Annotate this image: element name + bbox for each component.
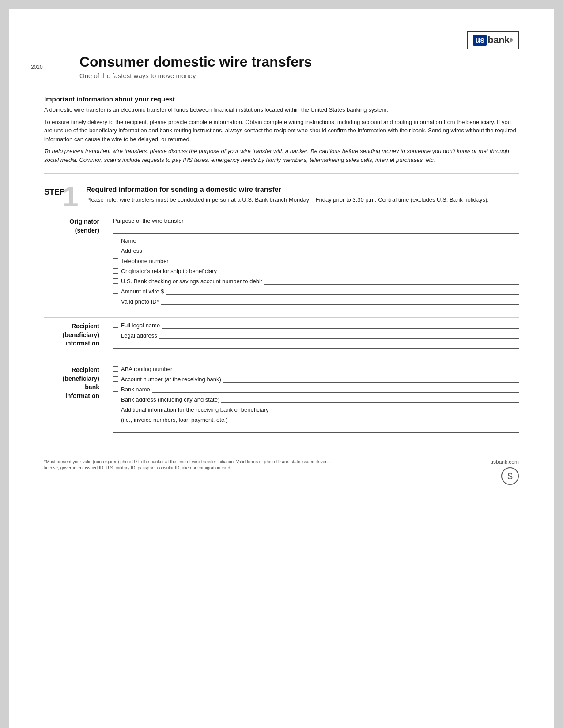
purpose-blank: [113, 228, 519, 234]
recipient-bank-fields: ABA routing number Account number (at th…: [106, 361, 519, 441]
originator-label-col: Originator (sender): [44, 213, 106, 313]
address-line: [144, 248, 519, 254]
legal-address-checkbox[interactable]: [113, 333, 118, 338]
step-number: 1: [63, 186, 79, 208]
invoice-label: (i.e., invoice numbers, loan payment, et…: [121, 417, 227, 423]
phone-row: Telephone number: [113, 258, 519, 264]
address-checkbox[interactable]: [113, 248, 118, 253]
info-heading: Important information about your request: [44, 95, 519, 103]
bank-address-label: Bank address (including city and state): [121, 396, 219, 403]
acct-number-label: Account number (at the receiving bank): [121, 376, 221, 383]
info-paragraph2: To ensure timely delivery to the recipie…: [44, 118, 519, 144]
name-label: Name: [121, 237, 136, 244]
aba-line: [174, 366, 519, 372]
relationship-label: Originator's relationship to beneficiary: [121, 268, 217, 274]
footer: *Must present your valid (non-expired) p…: [44, 454, 519, 485]
amount-label: Amount of wire $: [121, 288, 164, 295]
sub-title: One of the fastest ways to move money: [79, 72, 519, 79]
full-name-label: Full legal name: [121, 322, 160, 329]
phone-line: [170, 258, 519, 264]
bank-address-checkbox[interactable]: [113, 397, 118, 402]
bank-name-checkbox[interactable]: [113, 387, 118, 392]
bank-name-row: Bank name: [113, 386, 519, 393]
account-line: [264, 278, 519, 285]
recipient-info-label: Recipient (beneficiary) information: [44, 322, 99, 348]
originator-label: Originator (sender): [44, 218, 99, 235]
recipient-bank-label-col: Recipient (beneficiary) bank information: [44, 361, 106, 441]
aba-row: ABA routing number: [113, 366, 519, 372]
account-label: U.S. Bank checking or savings account nu…: [121, 278, 262, 285]
logo-bank: bank: [487, 34, 509, 46]
phone-label: Telephone number: [121, 258, 169, 264]
recipient-bank-label: Recipient (beneficiary) bank information: [44, 366, 99, 400]
invoice-line: [229, 417, 519, 423]
phone-checkbox[interactable]: [113, 258, 118, 263]
originator-section: Originator (sender) Purpose of the wire …: [44, 213, 519, 313]
name-checkbox[interactable]: [113, 238, 118, 243]
address-row: Address: [113, 248, 519, 254]
additional-info-row: Additional information for the receiving…: [113, 406, 519, 413]
page: us bank ® 2020 Consumer domestic wire tr…: [9, 9, 554, 728]
header: us bank ®: [44, 31, 519, 49]
info-section: Important information about your request…: [44, 95, 519, 164]
legal-address-line: [159, 333, 519, 339]
bank-name-line: [152, 387, 519, 393]
originator-fields: Purpose of the wire transfer Name Addres…: [106, 213, 519, 313]
amount-row: Amount of wire $: [113, 288, 519, 295]
photo-id-label: Valid photo ID*: [121, 298, 159, 305]
footer-right: usbank.com $: [490, 459, 519, 485]
bank-name-label: Bank name: [121, 386, 150, 393]
footer-icon: $: [501, 467, 519, 485]
originator-name-row: Name: [113, 237, 519, 244]
purpose-line: [185, 218, 519, 224]
full-name-row: Full legal name: [113, 322, 519, 329]
additional-info-checkbox[interactable]: [113, 407, 118, 412]
photo-id-line: [161, 299, 519, 305]
aba-checkbox[interactable]: [113, 366, 118, 372]
info-paragraph1: A domestic wire transfer is an electroni…: [44, 105, 519, 114]
recipient-info-label-col: Recipient (beneficiary) information: [44, 318, 106, 356]
full-name-checkbox[interactable]: [113, 323, 118, 328]
title-section: Consumer domestic wire transfers One of …: [79, 54, 519, 86]
account-row: U.S. Bank checking or savings account nu…: [113, 278, 519, 285]
step-heading: Required information for sending a domes…: [86, 186, 519, 194]
recipient-bank-section: Recipient (beneficiary) bank information…: [44, 361, 519, 441]
aba-label: ABA routing number: [121, 366, 172, 372]
additional-info-label: Additional information for the receiving…: [121, 406, 269, 413]
step-section: STEP 1 Required information for sending …: [44, 186, 519, 208]
step-label: STEP 1: [44, 186, 79, 208]
photo-id-row: Valid photo ID*: [113, 298, 519, 305]
acct-number-line: [223, 376, 519, 383]
step-text: Please note, wire transfers must be cond…: [86, 195, 519, 204]
invoice-row: (i.e., invoice numbers, loan payment, et…: [113, 417, 519, 423]
address-label: Address: [121, 248, 142, 254]
bank-address-row: Bank address (including city and state): [113, 396, 519, 403]
step-content: Required information for sending a domes…: [86, 186, 519, 208]
recipient-blank: [113, 342, 519, 349]
content: Important information about your request…: [44, 95, 519, 441]
relationship-line: [219, 268, 519, 274]
amount-checkbox[interactable]: [113, 289, 118, 294]
recipient-info-fields: Full legal name Legal address: [106, 318, 519, 356]
name-line: [138, 238, 519, 244]
acct-number-checkbox[interactable]: [113, 376, 118, 382]
full-name-line: [162, 323, 519, 329]
bank-address-line: [221, 397, 519, 403]
relationship-checkbox[interactable]: [113, 268, 118, 274]
purpose-row: Purpose of the wire transfer: [113, 218, 519, 224]
footer-footnote: *Must present your valid (non-expired) p…: [44, 459, 331, 471]
purpose-label: Purpose of the wire transfer: [113, 218, 184, 224]
logo: us bank ®: [467, 31, 519, 49]
legal-address-label: Legal address: [121, 332, 157, 339]
bank-blank: [113, 427, 519, 433]
step-word: STEP: [44, 188, 65, 197]
legal-address-row: Legal address: [113, 332, 519, 339]
account-checkbox[interactable]: [113, 278, 118, 284]
footer-url: usbank.com: [490, 459, 519, 465]
relationship-row: Originator's relationship to beneficiary: [113, 268, 519, 274]
photo-id-checkbox[interactable]: [113, 299, 118, 304]
recipient-info-section: Recipient (beneficiary) information Full…: [44, 317, 519, 356]
year-label: 2020: [31, 64, 43, 70]
logo-us: us: [473, 35, 487, 46]
acct-number-row: Account number (at the receiving bank): [113, 376, 519, 383]
